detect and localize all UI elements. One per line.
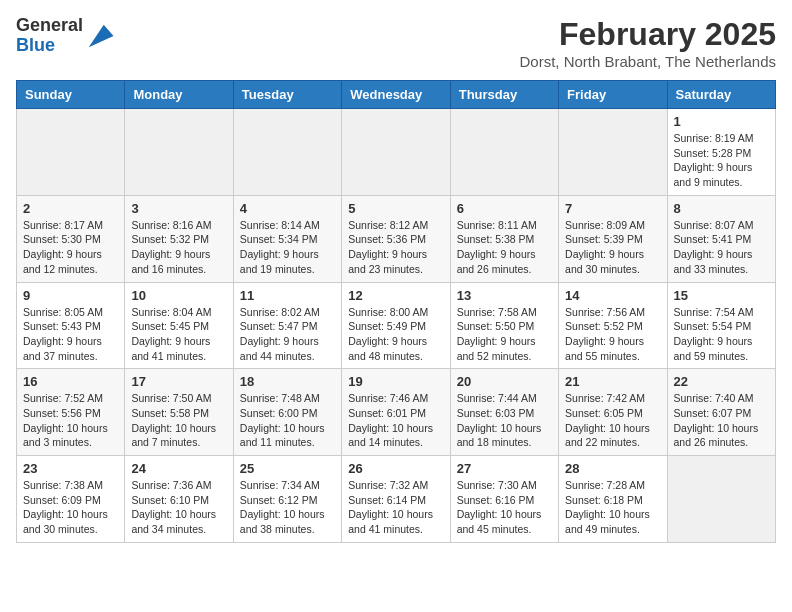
calendar-header-row: SundayMondayTuesdayWednesdayThursdayFrid… — [17, 81, 776, 109]
calendar-cell: 11Sunrise: 8:02 AM Sunset: 5:47 PM Dayli… — [233, 282, 341, 369]
calendar-cell: 25Sunrise: 7:34 AM Sunset: 6:12 PM Dayli… — [233, 456, 341, 543]
day-number: 12 — [348, 288, 443, 303]
calendar-cell: 7Sunrise: 8:09 AM Sunset: 5:39 PM Daylig… — [559, 195, 667, 282]
day-info: Sunrise: 7:38 AM Sunset: 6:09 PM Dayligh… — [23, 478, 118, 537]
day-number: 17 — [131, 374, 226, 389]
calendar-cell: 28Sunrise: 7:28 AM Sunset: 6:18 PM Dayli… — [559, 456, 667, 543]
day-number: 25 — [240, 461, 335, 476]
calendar-cell: 17Sunrise: 7:50 AM Sunset: 5:58 PM Dayli… — [125, 369, 233, 456]
calendar-week-row: 2Sunrise: 8:17 AM Sunset: 5:30 PM Daylig… — [17, 195, 776, 282]
day-info: Sunrise: 7:46 AM Sunset: 6:01 PM Dayligh… — [348, 391, 443, 450]
day-number: 10 — [131, 288, 226, 303]
calendar-table: SundayMondayTuesdayWednesdayThursdayFrid… — [16, 80, 776, 543]
day-number: 14 — [565, 288, 660, 303]
logo-icon — [85, 21, 115, 51]
day-number: 16 — [23, 374, 118, 389]
calendar-cell: 5Sunrise: 8:12 AM Sunset: 5:36 PM Daylig… — [342, 195, 450, 282]
calendar-cell — [342, 109, 450, 196]
day-number: 13 — [457, 288, 552, 303]
calendar-week-row: 16Sunrise: 7:52 AM Sunset: 5:56 PM Dayli… — [17, 369, 776, 456]
calendar-cell — [125, 109, 233, 196]
page-subtitle: Dorst, North Brabant, The Netherlands — [519, 53, 776, 70]
day-number: 20 — [457, 374, 552, 389]
calendar-cell: 4Sunrise: 8:14 AM Sunset: 5:34 PM Daylig… — [233, 195, 341, 282]
day-info: Sunrise: 7:58 AM Sunset: 5:50 PM Dayligh… — [457, 305, 552, 364]
day-number: 19 — [348, 374, 443, 389]
day-number: 21 — [565, 374, 660, 389]
column-header-saturday: Saturday — [667, 81, 775, 109]
day-number: 4 — [240, 201, 335, 216]
calendar-cell: 18Sunrise: 7:48 AM Sunset: 6:00 PM Dayli… — [233, 369, 341, 456]
day-number: 1 — [674, 114, 769, 129]
day-info: Sunrise: 8:05 AM Sunset: 5:43 PM Dayligh… — [23, 305, 118, 364]
day-info: Sunrise: 7:40 AM Sunset: 6:07 PM Dayligh… — [674, 391, 769, 450]
calendar-cell: 2Sunrise: 8:17 AM Sunset: 5:30 PM Daylig… — [17, 195, 125, 282]
calendar-cell — [667, 456, 775, 543]
calendar-cell: 3Sunrise: 8:16 AM Sunset: 5:32 PM Daylig… — [125, 195, 233, 282]
calendar-cell: 16Sunrise: 7:52 AM Sunset: 5:56 PM Dayli… — [17, 369, 125, 456]
column-header-tuesday: Tuesday — [233, 81, 341, 109]
day-number: 26 — [348, 461, 443, 476]
day-info: Sunrise: 7:50 AM Sunset: 5:58 PM Dayligh… — [131, 391, 226, 450]
svg-marker-0 — [89, 25, 114, 48]
day-info: Sunrise: 8:07 AM Sunset: 5:41 PM Dayligh… — [674, 218, 769, 277]
day-number: 2 — [23, 201, 118, 216]
calendar-cell: 8Sunrise: 8:07 AM Sunset: 5:41 PM Daylig… — [667, 195, 775, 282]
day-info: Sunrise: 7:28 AM Sunset: 6:18 PM Dayligh… — [565, 478, 660, 537]
day-info: Sunrise: 8:17 AM Sunset: 5:30 PM Dayligh… — [23, 218, 118, 277]
calendar-cell: 15Sunrise: 7:54 AM Sunset: 5:54 PM Dayli… — [667, 282, 775, 369]
day-info: Sunrise: 8:19 AM Sunset: 5:28 PM Dayligh… — [674, 131, 769, 190]
day-number: 23 — [23, 461, 118, 476]
calendar-cell: 22Sunrise: 7:40 AM Sunset: 6:07 PM Dayli… — [667, 369, 775, 456]
calendar-cell: 6Sunrise: 8:11 AM Sunset: 5:38 PM Daylig… — [450, 195, 558, 282]
calendar-cell: 12Sunrise: 8:00 AM Sunset: 5:49 PM Dayli… — [342, 282, 450, 369]
calendar-cell — [233, 109, 341, 196]
page-header: General Blue February 2025 Dorst, North … — [16, 16, 776, 70]
day-info: Sunrise: 8:00 AM Sunset: 5:49 PM Dayligh… — [348, 305, 443, 364]
day-info: Sunrise: 8:14 AM Sunset: 5:34 PM Dayligh… — [240, 218, 335, 277]
day-info: Sunrise: 8:16 AM Sunset: 5:32 PM Dayligh… — [131, 218, 226, 277]
calendar-cell: 21Sunrise: 7:42 AM Sunset: 6:05 PM Dayli… — [559, 369, 667, 456]
day-number: 27 — [457, 461, 552, 476]
calendar-cell — [559, 109, 667, 196]
day-number: 8 — [674, 201, 769, 216]
page-title: February 2025 — [519, 16, 776, 53]
calendar-cell — [17, 109, 125, 196]
calendar-cell: 27Sunrise: 7:30 AM Sunset: 6:16 PM Dayli… — [450, 456, 558, 543]
day-number: 15 — [674, 288, 769, 303]
day-info: Sunrise: 7:34 AM Sunset: 6:12 PM Dayligh… — [240, 478, 335, 537]
title-block: February 2025 Dorst, North Brabant, The … — [519, 16, 776, 70]
day-info: Sunrise: 8:12 AM Sunset: 5:36 PM Dayligh… — [348, 218, 443, 277]
day-number: 7 — [565, 201, 660, 216]
day-number: 28 — [565, 461, 660, 476]
day-info: Sunrise: 7:52 AM Sunset: 5:56 PM Dayligh… — [23, 391, 118, 450]
day-info: Sunrise: 7:48 AM Sunset: 6:00 PM Dayligh… — [240, 391, 335, 450]
day-info: Sunrise: 7:44 AM Sunset: 6:03 PM Dayligh… — [457, 391, 552, 450]
day-info: Sunrise: 7:32 AM Sunset: 6:14 PM Dayligh… — [348, 478, 443, 537]
day-number: 5 — [348, 201, 443, 216]
calendar-cell: 10Sunrise: 8:04 AM Sunset: 5:45 PM Dayli… — [125, 282, 233, 369]
calendar-cell: 26Sunrise: 7:32 AM Sunset: 6:14 PM Dayli… — [342, 456, 450, 543]
column-header-friday: Friday — [559, 81, 667, 109]
day-info: Sunrise: 8:11 AM Sunset: 5:38 PM Dayligh… — [457, 218, 552, 277]
calendar-cell: 13Sunrise: 7:58 AM Sunset: 5:50 PM Dayli… — [450, 282, 558, 369]
day-number: 6 — [457, 201, 552, 216]
column-header-monday: Monday — [125, 81, 233, 109]
logo: General Blue — [16, 16, 115, 56]
day-info: Sunrise: 7:56 AM Sunset: 5:52 PM Dayligh… — [565, 305, 660, 364]
logo-text: General Blue — [16, 16, 83, 56]
calendar-cell: 24Sunrise: 7:36 AM Sunset: 6:10 PM Dayli… — [125, 456, 233, 543]
calendar-cell: 23Sunrise: 7:38 AM Sunset: 6:09 PM Dayli… — [17, 456, 125, 543]
day-number: 24 — [131, 461, 226, 476]
calendar-cell: 9Sunrise: 8:05 AM Sunset: 5:43 PM Daylig… — [17, 282, 125, 369]
day-info: Sunrise: 7:30 AM Sunset: 6:16 PM Dayligh… — [457, 478, 552, 537]
calendar-cell: 1Sunrise: 8:19 AM Sunset: 5:28 PM Daylig… — [667, 109, 775, 196]
day-info: Sunrise: 8:09 AM Sunset: 5:39 PM Dayligh… — [565, 218, 660, 277]
column-header-thursday: Thursday — [450, 81, 558, 109]
calendar-week-row: 9Sunrise: 8:05 AM Sunset: 5:43 PM Daylig… — [17, 282, 776, 369]
logo-general: General — [16, 16, 83, 36]
day-number: 3 — [131, 201, 226, 216]
logo-blue: Blue — [16, 36, 83, 56]
day-number: 22 — [674, 374, 769, 389]
column-header-wednesday: Wednesday — [342, 81, 450, 109]
